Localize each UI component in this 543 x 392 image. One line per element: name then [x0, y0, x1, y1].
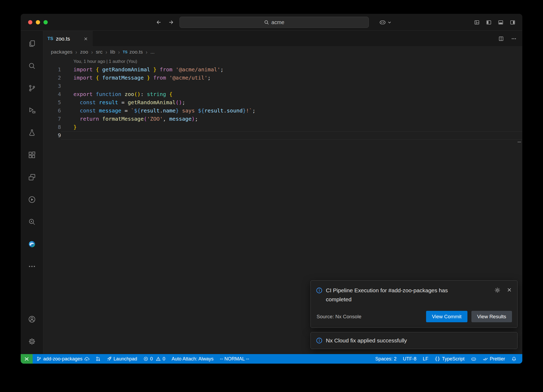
breadcrumb-item[interactable]: src	[96, 49, 102, 55]
error-count: 0	[150, 356, 153, 362]
zoom-window-button[interactable]	[43, 20, 48, 24]
typescript-file-icon: TS	[123, 50, 128, 54]
code-line[interactable]: const message = `${result.name} says ${r…	[61, 107, 522, 115]
code-token	[73, 99, 80, 106]
explorer-icon[interactable]	[21, 32, 43, 55]
breadcrumb-item[interactable]: zoo	[80, 49, 88, 55]
toggle-panel-icon[interactable]	[498, 20, 503, 25]
problems-status-item[interactable]: 0 0	[140, 354, 168, 364]
info-icon	[316, 337, 322, 344]
code-token: ;	[195, 116, 198, 122]
source-control-icon[interactable]	[21, 77, 43, 99]
info-icon	[316, 286, 322, 294]
back-arrow-icon[interactable]	[155, 18, 163, 26]
code-token: '@acme/animal'	[176, 66, 220, 73]
minimize-window-button[interactable]	[36, 20, 40, 24]
run-circle-icon[interactable]	[21, 188, 43, 211]
split-editor-icon[interactable]	[498, 36, 504, 41]
launchpad-status-item[interactable]: Launchpad	[104, 354, 140, 364]
windows-icon[interactable]	[21, 166, 43, 188]
notification-center: CI Pipeline Execution for #add-zoo-packa…	[310, 280, 518, 349]
pull-request-status-item[interactable]	[93, 354, 104, 364]
copilot-status-item[interactable]	[468, 354, 480, 364]
code-token: ;	[220, 66, 224, 73]
close-tab-icon[interactable]	[84, 37, 88, 41]
more-views-icon[interactable]	[21, 255, 43, 277]
copilot-menu[interactable]	[379, 18, 391, 26]
breadcrumb-item[interactable]: ...	[150, 49, 155, 55]
command-center-search[interactable]: acme	[179, 17, 369, 28]
extensions-icon[interactable]	[21, 144, 43, 166]
formatter-status-item[interactable]: Prettier	[480, 354, 508, 364]
account-icon[interactable]	[21, 308, 43, 330]
close-window-button[interactable]	[28, 20, 32, 24]
code-line[interactable]	[61, 131, 522, 140]
code-token: ;	[252, 107, 255, 114]
line-number: 1	[43, 66, 61, 74]
run-and-debug-icon[interactable]	[21, 99, 43, 121]
remote-indicator[interactable]	[21, 354, 33, 364]
notification-toast: Nx Cloud fix applied successfully	[310, 332, 518, 349]
code-token: }	[150, 66, 156, 73]
customize-layout-icon[interactable]	[474, 20, 480, 25]
code-token: (	[144, 116, 147, 122]
line-number: 9	[43, 131, 61, 140]
tab-zoo-ts[interactable]: TS zoo.ts	[43, 31, 93, 47]
more-actions-icon[interactable]	[511, 36, 516, 41]
view-commit-button[interactable]: View Commit	[426, 311, 467, 322]
language-status-item[interactable]: {} TypeScript	[431, 354, 468, 364]
code-token: result	[141, 107, 160, 114]
code-line[interactable]: import { getRandomAnimal } from '@acme/a…	[61, 66, 522, 74]
code-token: sound	[227, 107, 243, 114]
search-icon	[264, 20, 269, 25]
view-results-button[interactable]: View Results	[471, 311, 512, 322]
rocket-icon	[107, 356, 112, 361]
code-token: function	[96, 91, 124, 97]
code-token: getRandomAnimal	[102, 66, 150, 73]
breadcrumb-separator: ›	[146, 49, 148, 55]
double-check-icon	[483, 356, 488, 361]
chevron-down-icon	[388, 21, 391, 24]
code-search-icon[interactable]	[21, 211, 43, 233]
status-bar: add-zoo-packages Launchpad 0	[21, 354, 522, 364]
code-line[interactable]: return formatMessage('ZOO', message);	[61, 115, 522, 123]
branch-status-item[interactable]: add-zoo-packages	[33, 354, 93, 364]
auto-attach-status-item[interactable]: Auto Attach: Always	[168, 354, 217, 364]
search-sidebar-icon[interactable]	[21, 55, 43, 77]
encoding-status-item[interactable]: UTF-8	[400, 354, 419, 364]
code-token: from	[150, 75, 169, 81]
code-line[interactable]	[61, 82, 522, 90]
breadcrumb-item[interactable]: packages	[51, 49, 72, 55]
testing-icon[interactable]	[21, 121, 43, 144]
code-token: }	[243, 107, 246, 114]
code-token: }	[144, 75, 150, 81]
notification-source: Source: Nx Console	[316, 314, 361, 320]
settings-gear-icon[interactable]	[21, 330, 43, 352]
notification-gear-icon[interactable]	[494, 287, 500, 293]
indentation-status-item[interactable]: Spaces: 2	[372, 354, 400, 364]
toggle-sidebar-left-icon[interactable]	[486, 20, 492, 25]
breadcrumb-item[interactable]: lib	[110, 49, 115, 55]
gitlens-blame-annotation[interactable]: You, 1 hour ago | 1 author (You)	[61, 57, 522, 66]
code-line[interactable]: import { formatMessage } from '@acme/uti…	[61, 74, 522, 82]
breadcrumb-separator: ›	[91, 49, 93, 55]
code-line[interactable]: export function zoo(): string {	[61, 90, 522, 98]
code-line[interactable]: const result = getRandomAnimal();	[61, 98, 522, 107]
code-line[interactable]: }	[61, 123, 522, 131]
eol-status-item[interactable]: LF	[419, 354, 431, 364]
forward-arrow-icon[interactable]	[167, 18, 175, 26]
breadcrumb-item[interactable]: TSzoo.ts	[123, 49, 143, 55]
layout-controls	[474, 20, 515, 25]
code-token: says	[179, 107, 198, 114]
code-token: getRandomAnimal	[128, 99, 176, 106]
code-token: message	[169, 116, 191, 122]
activity-bar	[21, 31, 43, 354]
code-token: from	[156, 66, 176, 73]
vim-mode-status-item[interactable]: -- NORMAL --	[217, 354, 252, 364]
code-token: string	[147, 91, 166, 97]
cloud-upload-icon	[84, 356, 89, 361]
notification-close-icon[interactable]	[507, 287, 512, 293]
notifications-bell-item[interactable]	[508, 354, 520, 364]
edge-browser-icon[interactable]	[21, 233, 43, 255]
toggle-sidebar-right-icon[interactable]	[510, 20, 515, 25]
